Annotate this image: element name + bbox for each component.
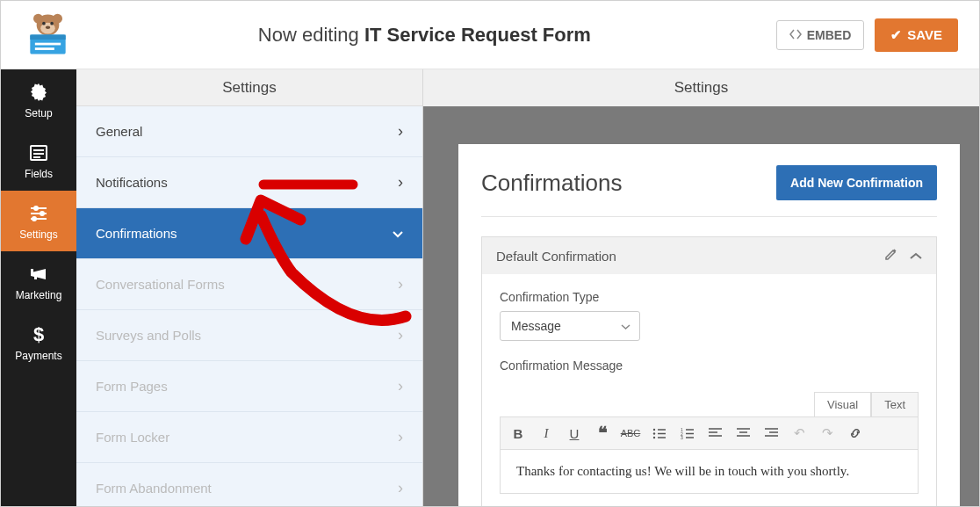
panel-heading: Confirmations bbox=[481, 170, 622, 197]
chevron-down-icon bbox=[393, 224, 403, 243]
confirmations-panel: Confirmations Add New Confirmation Defau… bbox=[458, 144, 960, 507]
svg-text:3: 3 bbox=[681, 435, 683, 439]
chevron-right-icon: › bbox=[398, 173, 403, 192]
edit-icon[interactable] bbox=[884, 248, 897, 264]
megaphone-icon bbox=[28, 264, 49, 285]
sidebar-item-form-locker[interactable]: Form Locker› bbox=[76, 412, 422, 463]
svg-point-5 bbox=[50, 22, 54, 25]
sidebar-item-notifications[interactable]: Notifications› bbox=[76, 157, 422, 208]
nav-payments[interactable]: $ Payments bbox=[1, 312, 76, 373]
confirmation-type-label: Confirmation Type bbox=[500, 290, 919, 304]
list-icon bbox=[28, 142, 49, 163]
message-editor[interactable]: Thanks for contacting us! We will be in … bbox=[500, 450, 919, 494]
svg-rect-8 bbox=[30, 35, 65, 40]
svg-point-17 bbox=[34, 206, 38, 210]
confirmation-message-label: Confirmation Message bbox=[500, 359, 919, 373]
svg-point-23 bbox=[652, 428, 654, 430]
chevron-down-icon bbox=[621, 319, 631, 333]
chevron-right-icon: › bbox=[398, 428, 403, 446]
section-heading: Settings bbox=[76, 69, 422, 106]
chevron-right-icon: › bbox=[398, 377, 403, 395]
collapse-icon[interactable] bbox=[910, 248, 922, 264]
editor-tab-visual[interactable]: Visual bbox=[814, 392, 871, 416]
svg-rect-9 bbox=[34, 43, 60, 46]
page-title: Now editing IT Service Request Form bbox=[73, 24, 776, 47]
save-button[interactable]: ✔ SAVE bbox=[875, 18, 958, 52]
nav-setup[interactable]: Setup bbox=[1, 69, 76, 130]
nav-fields[interactable]: Fields bbox=[1, 130, 76, 191]
nav-settings[interactable]: Settings bbox=[1, 191, 76, 251]
svg-point-21 bbox=[32, 217, 36, 221]
link-icon[interactable] bbox=[847, 424, 864, 442]
redo-icon[interactable]: ↷ bbox=[818, 424, 836, 442]
editor-toolbar: B I U ❝ ABC 123 ↶ ↷ bbox=[500, 416, 919, 450]
svg-point-25 bbox=[652, 432, 654, 434]
align-left-icon[interactable] bbox=[706, 424, 724, 442]
code-icon bbox=[789, 28, 802, 42]
quote-icon[interactable]: ❝ bbox=[594, 424, 611, 442]
svg-point-6 bbox=[45, 25, 50, 29]
main-area: Settings Confirmations Add New Confirmat… bbox=[423, 69, 979, 507]
sidebar-item-form-abandonment[interactable]: Form Abandonment› bbox=[76, 463, 422, 507]
number-list-icon[interactable]: 123 bbox=[678, 424, 695, 442]
check-icon: ✔ bbox=[890, 27, 902, 43]
undo-icon[interactable]: ↶ bbox=[790, 424, 808, 442]
add-confirmation-button[interactable]: Add New Confirmation bbox=[776, 165, 937, 200]
header: Now editing IT Service Request Form EMBE… bbox=[1, 1, 979, 69]
italic-icon[interactable]: I bbox=[537, 424, 555, 442]
bullet-list-icon[interactable] bbox=[650, 424, 667, 442]
svg-text:$: $ bbox=[33, 324, 44, 345]
sidebar-item-surveys-polls[interactable]: Surveys and Polls› bbox=[76, 310, 422, 361]
sliders-icon bbox=[28, 203, 49, 224]
settings-sidebar: Settings General› Notifications› Confirm… bbox=[76, 69, 423, 507]
sidebar-item-confirmations[interactable]: Confirmations bbox=[76, 208, 422, 259]
svg-point-1 bbox=[33, 14, 43, 24]
sidebar-item-conversational-forms[interactable]: Conversational Forms› bbox=[76, 259, 422, 310]
card-header: Default Confirmation bbox=[482, 237, 936, 274]
left-nav: Setup Fields Settings Marketing $ Paymen… bbox=[1, 69, 76, 507]
editor-tab-text[interactable]: Text bbox=[871, 392, 919, 416]
chevron-right-icon: › bbox=[398, 326, 403, 344]
svg-point-27 bbox=[652, 436, 654, 438]
title-prefix: Now editing bbox=[258, 24, 359, 46]
chevron-right-icon: › bbox=[398, 479, 403, 497]
confirmation-type-select[interactable]: Message bbox=[500, 311, 640, 341]
bold-icon[interactable]: B bbox=[509, 424, 527, 442]
strike-icon[interactable]: ABC bbox=[622, 424, 639, 442]
form-name: IT Service Request Form bbox=[364, 24, 591, 46]
svg-point-2 bbox=[53, 14, 62, 24]
confirmation-card: Default Confirmation Confirmation Type M… bbox=[481, 236, 937, 507]
svg-point-4 bbox=[42, 22, 46, 25]
dollar-icon: $ bbox=[28, 324, 49, 345]
sidebar-item-form-pages[interactable]: Form Pages› bbox=[76, 361, 422, 412]
chevron-right-icon: › bbox=[398, 275, 403, 293]
section-heading-right: Settings bbox=[423, 69, 979, 106]
align-center-icon[interactable] bbox=[734, 424, 752, 442]
svg-point-19 bbox=[40, 212, 44, 215]
chevron-right-icon: › bbox=[398, 122, 403, 141]
card-title: Default Confirmation bbox=[496, 249, 616, 264]
embed-button[interactable]: EMBED bbox=[776, 20, 865, 50]
sidebar-item-general[interactable]: General› bbox=[76, 106, 422, 157]
gear-icon bbox=[28, 82, 49, 103]
underline-icon[interactable]: U bbox=[566, 424, 583, 442]
align-right-icon[interactable] bbox=[762, 424, 780, 442]
nav-marketing[interactable]: Marketing bbox=[1, 251, 76, 312]
logo bbox=[22, 10, 73, 61]
svg-rect-10 bbox=[34, 47, 54, 50]
